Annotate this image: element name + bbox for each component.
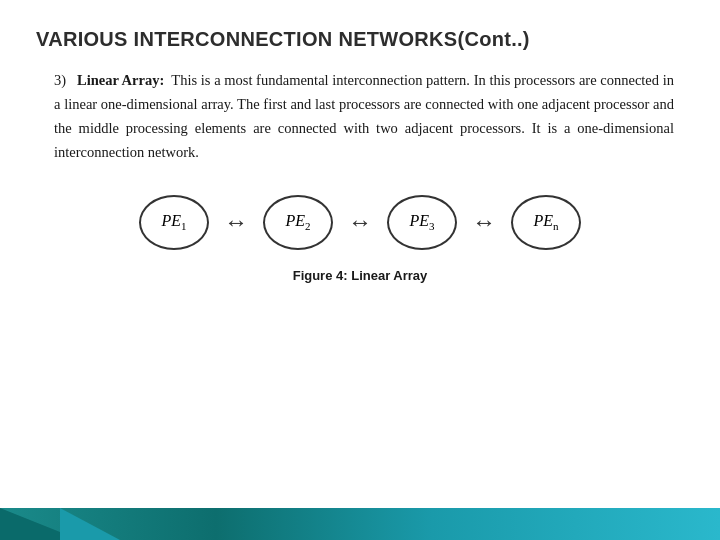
slide-title: VARIOUS INTERCONNECTION NETWORKS(Cont..) bbox=[36, 28, 684, 51]
arrow-1: ↔ bbox=[209, 210, 263, 234]
figure-caption: Figure 4: Linear Array bbox=[293, 268, 428, 283]
arrow-2: ↔ bbox=[333, 210, 387, 234]
pe-node-3: PE3 bbox=[387, 195, 457, 250]
section-heading: Linear Array: bbox=[77, 72, 164, 88]
pe-node-n: PEn bbox=[511, 195, 581, 250]
diagram-area: PE1 ↔ PE2 ↔ PE3 ↔ PEn Figure 4: Linear A… bbox=[36, 195, 684, 283]
bottom-bar bbox=[0, 508, 720, 540]
pe-node-1: PE1 bbox=[139, 195, 209, 250]
pe-node-2: PE2 bbox=[263, 195, 333, 250]
body-text-block: 3) Linear Array: This is a most fundamen… bbox=[54, 69, 674, 165]
pe-row: PE1 ↔ PE2 ↔ PE3 ↔ PEn bbox=[139, 195, 581, 250]
slide-container: VARIOUS INTERCONNECTION NETWORKS(Cont..)… bbox=[0, 0, 720, 540]
arrow-3: ↔ bbox=[457, 210, 511, 234]
bottom-triangle-right bbox=[60, 508, 120, 540]
section-number: 3) bbox=[54, 72, 66, 88]
